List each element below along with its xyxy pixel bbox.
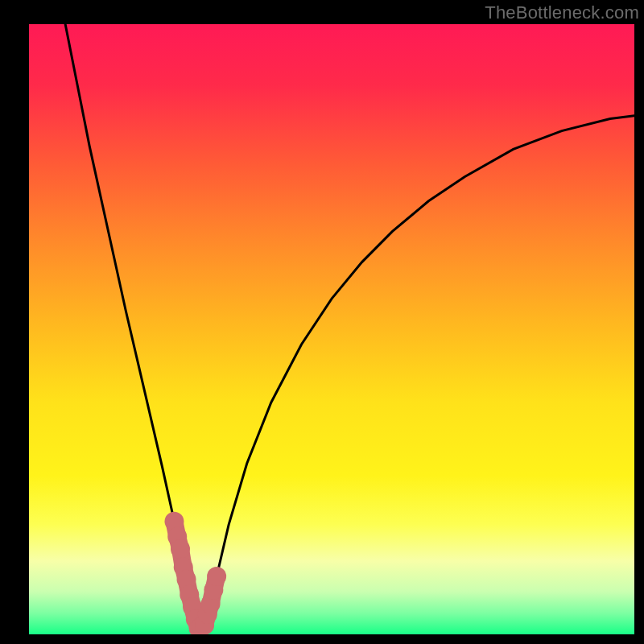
gradient-background (29, 24, 634, 634)
highlight-dot (171, 539, 190, 559)
frame: TheBottleneck.com (0, 0, 644, 644)
highlight-dot (207, 567, 226, 586)
bottleneck-chart (0, 0, 644, 644)
watermark-text: TheBottleneck.com (485, 2, 639, 23)
